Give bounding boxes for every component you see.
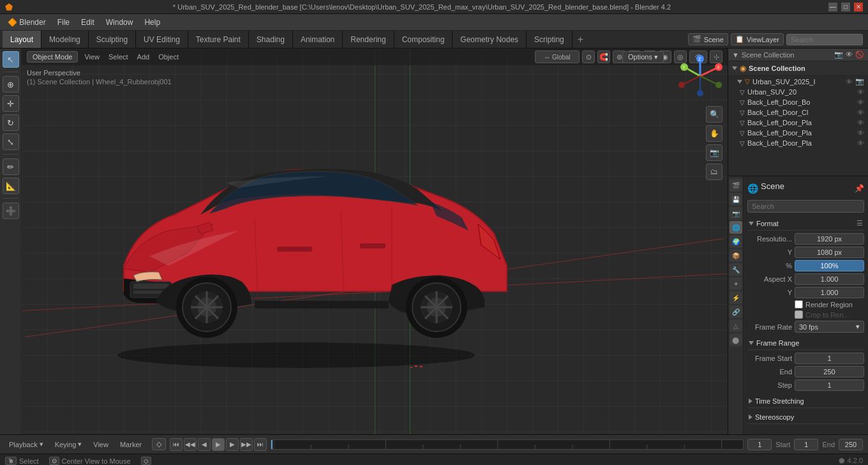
- prop-tab-physics[interactable]: ⚡: [730, 291, 742, 304]
- current-frame-input[interactable]: 1: [747, 439, 772, 450]
- tab-animation[interactable]: Animation: [293, 31, 343, 48]
- prop-tab-world[interactable]: 🌍: [730, 235, 742, 248]
- zoom-in-button[interactable]: 🔍: [706, 106, 722, 123]
- outliner-item-2[interactable]: ▽ Back_Left_Door_Bo 👁: [736, 97, 868, 107]
- annotate-tool-button[interactable]: ✏: [3, 158, 19, 175]
- jump-start-button[interactable]: ⏮: [170, 438, 183, 451]
- scene-collection-row[interactable]: ◉ Scene Collection: [728, 61, 868, 76]
- outliner-item-6[interactable]: ▽ Back_Left_Door_Pla 👁: [736, 138, 868, 148]
- collections-button[interactable]: 🗂: [706, 164, 722, 180]
- tab-geometry-nodes[interactable]: Geometry Nodes: [453, 31, 527, 48]
- add-menu-button[interactable]: Add: [135, 52, 153, 62]
- close-button[interactable]: ✕: [854, 3, 863, 11]
- options-button[interactable]: Options ▾: [622, 51, 664, 63]
- menu-blender[interactable]: 🔶 Blender: [3, 17, 51, 28]
- select-tool-button[interactable]: ↖: [3, 51, 19, 68]
- tab-scripting[interactable]: Scripting: [527, 31, 572, 48]
- rotate-tool-button[interactable]: ↻: [3, 114, 19, 131]
- prop-tab-constraints[interactable]: 🔗: [730, 305, 742, 318]
- outliner-eye-0[interactable]: 👁: [846, 78, 853, 86]
- move-tool-button[interactable]: ✛: [3, 95, 19, 112]
- prop-tab-object[interactable]: 📦: [730, 249, 742, 262]
- prop-tab-output[interactable]: 💾: [730, 193, 742, 206]
- resolution-x-value[interactable]: 1920 px: [795, 233, 864, 245]
- cursor-tool-button[interactable]: ⊕: [3, 76, 19, 93]
- tab-shading[interactable]: Shading: [249, 31, 293, 48]
- tab-modeling[interactable]: Modeling: [41, 31, 89, 48]
- prop-tab-scene[interactable]: 🌐: [730, 221, 742, 234]
- object-mode-button[interactable]: Object Mode: [27, 51, 78, 63]
- frame-end-value[interactable]: 250: [795, 366, 864, 377]
- stereoscopy-section-header[interactable]: Stereoscopy: [747, 411, 864, 424]
- prev-keyframe-button[interactable]: ◀◀: [184, 438, 197, 451]
- render-region-checkbox[interactable]: [795, 300, 803, 309]
- outliner-item-0[interactable]: ▽ Urban_SUV_2025_I 👁 📷: [728, 76, 868, 87]
- time-stretching-section-header[interactable]: Time Stretching: [747, 395, 864, 408]
- prop-tab-modifier[interactable]: 🔧: [730, 263, 742, 276]
- format-section-header[interactable]: Format ☰: [747, 217, 864, 231]
- maximize-button[interactable]: □: [841, 3, 850, 11]
- end-frame-input[interactable]: [839, 439, 863, 450]
- prop-tab-particles[interactable]: ✦: [730, 277, 742, 290]
- snap-button[interactable]: 🧲: [597, 50, 610, 63]
- outliner-item-1[interactable]: ▽ Urban_SUV_20 👁: [736, 87, 868, 97]
- view-menu-button[interactable]: View: [82, 52, 102, 62]
- keyframe-indicator[interactable]: ◇: [152, 438, 166, 450]
- pivot-button[interactable]: ⊙: [582, 50, 595, 63]
- view-layer-selector[interactable]: 📋 ViewLayer: [731, 33, 784, 45]
- prop-tab-render[interactable]: 🎬: [730, 179, 742, 192]
- next-keyframe-button[interactable]: ▶▶: [240, 438, 253, 451]
- prop-tab-object-data[interactable]: △: [730, 319, 742, 332]
- prop-tab-material[interactable]: ⬤: [730, 333, 742, 346]
- timeline-scrubber[interactable]: [271, 439, 744, 450]
- outliner-cam-0[interactable]: 📷: [855, 77, 864, 86]
- tab-sculpting[interactable]: Sculpting: [89, 31, 136, 48]
- outliner-hide-icon[interactable]: 🚫: [855, 50, 864, 59]
- menu-edit[interactable]: Edit: [76, 17, 100, 28]
- outliner-camera-icon[interactable]: 📷: [834, 50, 843, 59]
- viewport-gizmo[interactable]: Z X Y: [678, 54, 722, 98]
- pin-icon[interactable]: 📌: [855, 184, 864, 193]
- resolution-y-value[interactable]: 1080 px: [795, 247, 864, 258]
- frame-rate-dropdown[interactable]: 30 fps ▾: [795, 321, 864, 333]
- aspect-y-value[interactable]: 1.000: [795, 287, 864, 298]
- frame-range-section-header[interactable]: Frame Range: [747, 337, 864, 350]
- playback-menu-button[interactable]: Playback ▾: [5, 439, 47, 450]
- outliner-eye-2[interactable]: 👁: [857, 98, 864, 106]
- measure-tool-button[interactable]: 📐: [3, 178, 19, 194]
- resolution-pct-value[interactable]: 100%: [795, 260, 864, 271]
- prop-search-input[interactable]: [747, 200, 864, 213]
- start-frame-input[interactable]: [794, 439, 818, 450]
- camera-button[interactable]: 📷: [706, 144, 722, 161]
- object-menu-button[interactable]: Object: [156, 52, 181, 62]
- pan-button[interactable]: ✋: [706, 125, 722, 142]
- minimize-button[interactable]: —: [828, 3, 837, 11]
- keying-menu-button[interactable]: Keying ▾: [51, 439, 86, 450]
- crop-checkbox[interactable]: [795, 310, 803, 319]
- view-menu-button[interactable]: View: [89, 439, 112, 450]
- outliner-item-4[interactable]: ▽ Back_Left_Door_Pla 👁: [736, 118, 868, 128]
- scale-tool-button[interactable]: ⤡: [3, 133, 19, 150]
- tab-uv-editing[interactable]: UV Editing: [136, 31, 188, 48]
- select-menu-button[interactable]: Select: [106, 52, 131, 62]
- add-workspace-button[interactable]: +: [572, 31, 588, 48]
- marker-menu-button[interactable]: Marker: [116, 439, 146, 450]
- play-button[interactable]: ▶: [212, 438, 225, 451]
- outliner-eye-6[interactable]: 👁: [857, 139, 864, 147]
- outliner-eye-3[interactable]: 👁: [857, 109, 864, 116]
- outliner-item-3[interactable]: ▽ Back_Left_Door_Cl 👁: [736, 107, 868, 118]
- next-frame-button[interactable]: ▶: [226, 438, 239, 451]
- aspect-x-value[interactable]: 1.000: [795, 273, 864, 285]
- transform-global-button[interactable]: ↔ Global: [535, 50, 580, 63]
- outliner-eye-4[interactable]: 👁: [857, 119, 864, 126]
- tab-compositing[interactable]: Compositing: [394, 31, 453, 48]
- tab-layout[interactable]: Layout: [3, 31, 41, 48]
- viewport[interactable]: Object Mode View Select Add Object ↔ Glo…: [22, 49, 728, 434]
- outliner-eye-1[interactable]: 👁: [857, 88, 864, 96]
- prop-tab-view-layer[interactable]: 📷: [730, 207, 742, 220]
- menu-help[interactable]: Help: [139, 17, 165, 28]
- outliner-eye-5[interactable]: 👁: [857, 129, 864, 137]
- outliner-item-5[interactable]: ▽ Back_Left_Door_Pla 👁: [736, 128, 868, 138]
- jump-end-button[interactable]: ⏭: [254, 438, 267, 451]
- scene-selector[interactable]: 🎬 Scene: [688, 33, 728, 45]
